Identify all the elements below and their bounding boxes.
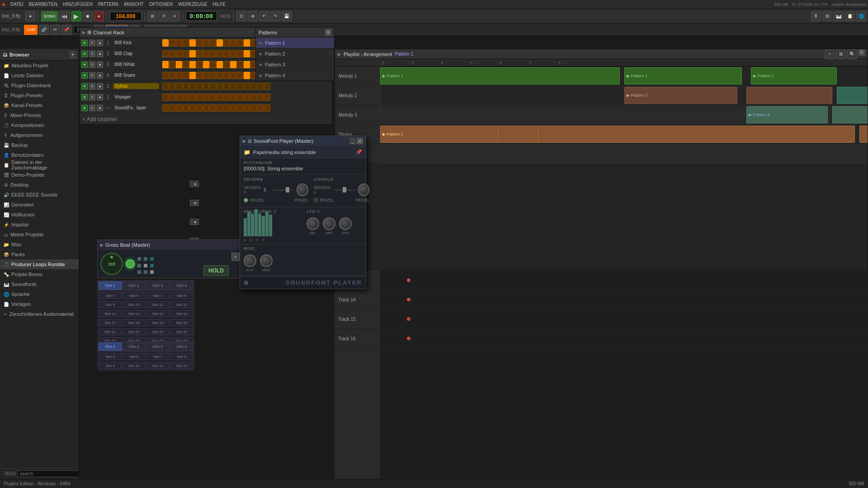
channel-solo-btn[interactable]: S [89,83,95,89]
timeline-block[interactable] [837,87,868,104]
env-bar-8[interactable] [269,215,272,236]
pad[interactable] [176,83,182,90]
pad[interactable] [223,83,230,90]
pad[interactable] [223,94,230,101]
sidebar-item-soundfonts[interactable]: 🎹 Soundfonts [0,279,79,289]
bottom-track-label-15[interactable]: Track 15 [335,310,379,329]
menu-ansicht[interactable]: ANSICHT [122,1,146,7]
track-label-melody2[interactable]: Melody 2 [335,86,380,105]
sidebar-item-plugin-datenbank[interactable]: 🔌 Plugin-Datenbank [0,80,79,90]
record-btn[interactable]: ● [25,11,35,21]
arrow-btn-3[interactable]: ◀ [190,219,199,225]
sf-reverb-knob[interactable] [297,183,308,196]
channel-up-btn[interactable]: ▲ [97,72,103,79]
pad[interactable] [230,104,236,112]
env-bar-d[interactable] [247,211,250,236]
slot-17[interactable]: Slot 17 [99,319,122,326]
pad[interactable] [203,104,209,112]
arrow-btn-2[interactable]: ◀ [190,200,199,206]
timeline-block[interactable] [859,126,868,143]
sidebar-item-packs[interactable]: 📦 Packs [0,249,79,259]
pad[interactable] [217,104,223,112]
pad[interactable] [244,39,250,47]
channel-mute-btn[interactable]: ● [81,51,88,57]
pad[interactable] [196,94,203,101]
pattern-item-4[interactable]: ▶ Pattern 4 [256,70,334,81]
sf-fader-thumb[interactable] [343,187,346,192]
channel-mute-btn[interactable]: ● [81,40,88,46]
sidebar-item-gerendert[interactable]: 📊 Gerendert [0,200,79,210]
pad[interactable] [176,50,182,57]
redo-btn[interactable]: ↷ [270,11,280,21]
menu-werkzeuge[interactable]: WERKZEUGE [176,1,209,7]
channel-name-voyager[interactable]: Voyager [113,94,159,99]
pad[interactable] [176,104,182,112]
slot-header-1[interactable]: Slot 1 [99,282,122,290]
pad[interactable] [223,39,230,47]
pad[interactable] [217,39,223,47]
sidebar-item-dateien[interactable]: 📋 Dateien in der Zwischenablage [0,160,79,170]
menu-hinzufuegen[interactable]: HINZUFÜGEN [61,1,95,7]
sidebar-item-vorlagen[interactable]: 📄 Vorlagen [0,299,79,309]
timeline-block[interactable] [498,126,538,143]
channel-name-sytrus[interactable]: Sytrus [113,83,159,89]
pad[interactable] [169,104,175,112]
pad[interactable] [210,104,216,112]
channel-solo-btn[interactable]: S [89,40,95,46]
slots2-8[interactable]: Slot 8 [170,353,193,360]
channel-rack-tab[interactable]: CHR [24,25,38,35]
channel-name[interactable]: 808 Kick [113,40,159,45]
slot-header-2[interactable]: Slot 2 [123,282,146,290]
slot-15[interactable]: Slot 15 [146,310,170,317]
pad[interactable] [203,83,209,90]
pad[interactable] [203,72,209,79]
pad[interactable] [210,39,216,47]
pad[interactable] [162,61,169,68]
pad[interactable] [230,50,236,57]
pad[interactable] [203,39,209,47]
sidebar-item-backup[interactable]: 💾 Backup [0,140,79,150]
pad[interactable] [230,39,236,47]
playlist-btn[interactable]: 📋 [845,11,855,21]
piano-roll-btn[interactable]: 🎹 [834,11,844,21]
sf-chorus-knob[interactable] [358,183,369,196]
count-in-btn[interactable]: ↺ [159,11,169,21]
pad[interactable] [169,50,175,57]
sf-mod-knob[interactable] [260,254,273,267]
link-btn[interactable]: 🔗 [39,25,49,35]
play-btn[interactable]: ▶ [71,11,81,21]
channel-solo-btn[interactable]: S [89,72,95,79]
sf-fader-track[interactable] [334,189,356,191]
pad[interactable] [210,50,216,57]
channel-up-btn[interactable]: ▲ [97,94,103,100]
pad[interactable] [217,72,223,79]
slot-23[interactable]: Slot 23 [146,328,170,335]
sidebar-item-benutzerdaten[interactable]: 👤 Benutzerdaten [0,150,79,160]
sidebar-item-desktop[interactable]: 🖥 Desktop [0,180,79,190]
sf-settings-btn[interactable]: ⚙ [244,280,249,286]
pad[interactable] [169,94,175,101]
sidebar-add-btn[interactable]: + [70,52,76,58]
pad[interactable] [257,83,264,90]
gb-titlebar[interactable]: ▶ Gross Beat (Master) [98,240,241,250]
channel-up-btn[interactable]: ▲ [97,40,103,46]
slot-20[interactable]: Slot 20 [170,319,193,326]
channel-solo-btn[interactable]: S [89,51,95,57]
pad[interactable] [223,50,230,57]
pad[interactable] [196,104,203,112]
sf-fader-thumb[interactable] [286,187,289,192]
pad[interactable] [189,72,196,79]
sf-chorus-einzel-radio[interactable] [314,198,318,202]
bottom-track-label-16[interactable]: Track 16 [335,329,379,348]
pad[interactable] [169,83,175,90]
env-bar-s[interactable] [251,214,254,236]
pad[interactable] [264,94,270,101]
pad[interactable] [169,72,175,79]
pad[interactable] [162,104,169,112]
pad[interactable] [244,94,250,101]
pad[interactable] [250,104,257,112]
slot-24[interactable]: Slot 24 [170,328,193,335]
slot-14[interactable]: Slot 14 [123,310,146,317]
env-bar-r[interactable] [255,209,258,236]
pad[interactable] [176,61,182,68]
